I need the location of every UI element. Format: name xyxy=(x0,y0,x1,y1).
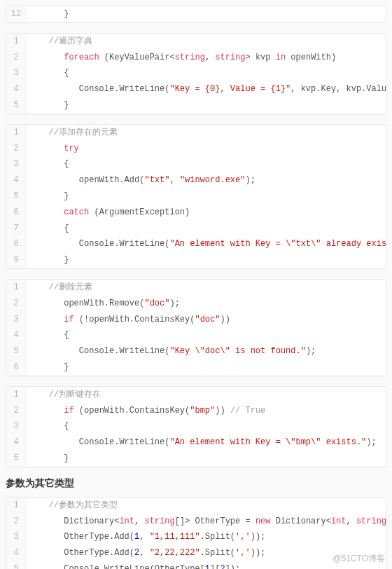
line-number: 7 xyxy=(6,221,27,237)
line-number: 5 xyxy=(6,97,27,114)
code-block-2: 1 //添加存在的元素2 try3 {4 openWith.Add("txt",… xyxy=(6,124,386,269)
line-number: 3 xyxy=(6,156,27,172)
code-content: //添加存在的元素 xyxy=(27,125,118,141)
section-heading: 参数为其它类型 xyxy=(6,477,386,490)
code-content: if (!openWith.ContainsKey("doc")) xyxy=(27,312,230,328)
code-content: } xyxy=(27,6,69,22)
code-line: 4 { xyxy=(6,327,386,343)
line-number: 1 xyxy=(6,387,27,403)
code-line: 3 if (!openWith.ContainsKey("doc")) xyxy=(6,312,386,328)
code-line: 4 Console.WriteLine("Key = {0}, Value = … xyxy=(6,81,386,97)
code-line: 4 OtherType.Add(2, "2,22,222".Split(',')… xyxy=(6,545,386,561)
code-content: OtherType.Add(1, "1,11,111".Split(',')); xyxy=(27,529,265,545)
code-content: } xyxy=(27,451,69,467)
code-content: OtherType.Add(2, "2,22,222".Split(',')); xyxy=(27,545,265,561)
line-number: 3 xyxy=(6,529,27,545)
code-line: 2 foreach (KeyValuePair<string, string> … xyxy=(6,50,386,66)
code-content: //判断键存在 xyxy=(27,387,101,403)
line-number: 1 xyxy=(6,34,27,50)
code-content: //参数为其它类型 xyxy=(27,498,118,514)
code-line: 2 openWith.Remove("doc"); xyxy=(6,296,386,312)
line-number: 3 xyxy=(6,312,27,328)
code-content: Console.WriteLine("Key = {0}, Value = {1… xyxy=(27,81,386,97)
line-number: 2 xyxy=(6,296,27,312)
code-line: 7 { xyxy=(6,221,386,237)
line-number: 2 xyxy=(6,50,27,66)
line-number: 5 xyxy=(6,561,27,569)
code-content: { xyxy=(27,418,69,434)
code-content: Console.WriteLine("An element with Key =… xyxy=(27,434,377,451)
code-content: { xyxy=(27,156,69,172)
code-line: 3 OtherType.Add(1, "1,11,111".Split(',')… xyxy=(6,529,386,545)
code-line: 2 Dictionary<int, string[]> OtherType = … xyxy=(6,514,386,530)
code-line: 1 //参数为其它类型 xyxy=(6,498,386,514)
line-number: 4 xyxy=(6,434,27,451)
line-number: 4 xyxy=(6,81,27,97)
code-line: 4 Console.WriteLine("An element with Key… xyxy=(6,434,386,451)
code-content: //遍历字典 xyxy=(27,34,92,50)
code-content: catch (ArgumentException) xyxy=(27,205,190,221)
line-number: 1 xyxy=(6,280,27,296)
code-line: 5 } xyxy=(6,451,386,467)
code-content: } xyxy=(27,97,69,114)
code-line: 1 //删除元素 xyxy=(6,280,386,296)
line-number: 5 xyxy=(6,451,27,467)
line-number: 6 xyxy=(6,359,27,376)
code-line: 1 //遍历字典 xyxy=(6,34,386,50)
code-content: } xyxy=(27,188,69,205)
code-content: foreach (KeyValuePair<string, string> kv… xyxy=(27,50,336,66)
code-line: 8 Console.WriteLine("An element with Key… xyxy=(6,236,386,252)
line-number: 4 xyxy=(6,172,27,188)
code-line: 3 { xyxy=(6,418,386,434)
code-content: openWith.Add("txt", "winword.exe"); xyxy=(27,172,255,188)
line-number: 1 xyxy=(6,498,27,514)
line-number: 9 xyxy=(6,252,27,268)
code-line: 3 { xyxy=(6,65,386,81)
code-block-4: 1 //判断键存在2 if (openWith.ContainsKey("bmp… xyxy=(6,386,386,467)
line-number: 5 xyxy=(6,343,27,359)
code-line: 5 } xyxy=(6,97,386,114)
line-number: 2 xyxy=(6,141,27,157)
code-line: 12 } xyxy=(6,6,386,22)
code-content: { xyxy=(27,221,69,237)
code-content: Console.WriteLine("Key \"doc\" is not fo… xyxy=(27,343,316,359)
code-line: 6 } xyxy=(6,359,386,376)
code-block-1: 1 //遍历字典2 foreach (KeyValuePair<string, … xyxy=(6,33,386,114)
line-number: 5 xyxy=(6,188,27,205)
line-number: 12 xyxy=(6,6,27,22)
line-number: 4 xyxy=(6,327,27,343)
line-number: 6 xyxy=(6,205,27,221)
code-line: 9 } xyxy=(6,252,386,268)
code-content: //删除元素 xyxy=(27,280,92,296)
code-content: Console.WriteLine("An element with Key =… xyxy=(27,236,386,252)
code-content: if (openWith.ContainsKey("bmp")) // True xyxy=(27,403,265,419)
line-number: 4 xyxy=(6,545,27,561)
code-content: } xyxy=(27,252,69,268)
code-block-5: 1 //参数为其它类型2 Dictionary<int, string[]> O… xyxy=(6,497,386,569)
line-number: 3 xyxy=(6,418,27,434)
code-block-0: 12 } xyxy=(6,6,386,23)
code-content: { xyxy=(27,65,69,81)
line-number: 2 xyxy=(6,514,27,530)
code-line: 6 catch (ArgumentException) xyxy=(6,205,386,221)
code-line: 3 { xyxy=(6,156,386,172)
code-line: 5 } xyxy=(6,188,386,205)
code-line: 1 //判断键存在 xyxy=(6,387,386,403)
code-line: 1 //添加存在的元素 xyxy=(6,125,386,141)
code-line: 4 openWith.Add("txt", "winword.exe"); xyxy=(6,172,386,188)
watermark-text: @51CTO博客 xyxy=(332,553,385,565)
line-number: 2 xyxy=(6,403,27,419)
code-line: 2 try xyxy=(6,141,386,157)
code-content: try xyxy=(27,141,79,157)
code-line: 2 if (openWith.ContainsKey("bmp")) // Tr… xyxy=(6,403,386,419)
code-content: } xyxy=(27,359,69,376)
line-number: 3 xyxy=(6,65,27,81)
code-line: 5 Console.WriteLine(OtherType[1][2]); xyxy=(6,561,386,569)
code-content: Dictionary<int, string[]> OtherType = ne… xyxy=(27,514,386,530)
code-content: Console.WriteLine(OtherType[1][2]); xyxy=(27,561,240,569)
code-content: { xyxy=(27,327,69,343)
line-number: 8 xyxy=(6,236,27,252)
code-block-3: 1 //删除元素2 openWith.Remove("doc");3 if (!… xyxy=(6,279,386,376)
code-content: openWith.Remove("doc"); xyxy=(27,296,180,312)
code-line: 5 Console.WriteLine("Key \"doc\" is not … xyxy=(6,343,386,359)
